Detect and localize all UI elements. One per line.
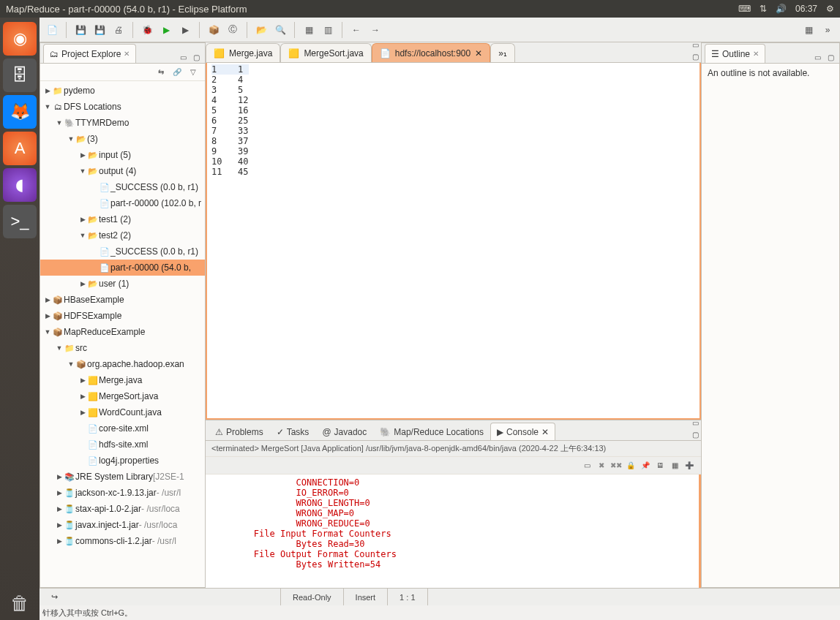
run-last-button[interactable]: ▶: [177, 22, 193, 38]
editor-tab[interactable]: 🟨Merge.java: [206, 43, 280, 62]
twist-icon[interactable]: ▶: [78, 393, 87, 400]
tree-item[interactable]: ▶🟨Merge.java: [40, 372, 205, 388]
minimize-icon[interactable]: ▭: [689, 39, 701, 50]
twist-icon[interactable]: ▶: [55, 521, 64, 529]
twist-icon[interactable]: ▶: [43, 312, 52, 320]
tree-item[interactable]: 📄log4j.properties: [40, 453, 205, 469]
tree-item[interactable]: ▼📂(3): [40, 131, 205, 147]
tree-item[interactable]: ▶📂input (5): [40, 147, 205, 163]
tree-item[interactable]: ▼🐘TTYMRDemo: [40, 115, 205, 131]
twist-icon[interactable]: ▶: [78, 151, 87, 159]
tree-item[interactable]: ▶🟨WordCount.java: [40, 404, 205, 420]
outline-tab[interactable]: ☰ Outline ✕: [705, 44, 765, 63]
tree-item[interactable]: ▶📦HBaseExample: [40, 292, 205, 308]
display-icon[interactable]: 🖥: [654, 460, 666, 472]
close-icon[interactable]: ✕: [124, 50, 130, 58]
tree-item[interactable]: 📄part-r-00000 (54.0 b,: [40, 260, 205, 276]
tree-item[interactable]: ▼🗂DFS Locations: [40, 99, 205, 115]
new-package-button[interactable]: 📦: [206, 22, 222, 38]
tree-item[interactable]: ▼📁src: [40, 340, 205, 356]
tree-item[interactable]: ▼📂test2 (2): [40, 227, 205, 243]
editor-tab[interactable]: 📄hdfs://localhost:900✕: [372, 43, 490, 62]
tree-item[interactable]: ▶📂test1 (2): [40, 211, 205, 227]
editor-body[interactable]: 1 12 43 54 125 166 257 338 379 3910 4011…: [206, 63, 701, 420]
scroll-lock-icon[interactable]: 🔒: [625, 460, 637, 472]
new-console-icon[interactable]: ➕: [683, 460, 695, 472]
twist-icon[interactable]: ▼: [67, 135, 75, 143]
toggle-mark-button[interactable]: ▥: [320, 22, 336, 38]
new-class-button[interactable]: Ⓒ: [225, 22, 241, 38]
keyboard-icon[interactable]: ⌨: [738, 4, 751, 14]
toggle-breadcrumb-button[interactable]: ▦: [301, 22, 317, 38]
tree-item[interactable]: ▶📚JRE System Library[J2SE-1: [40, 469, 205, 485]
clock[interactable]: 06:37: [795, 4, 817, 14]
link-editor-icon[interactable]: 🔗: [171, 67, 183, 78]
open-console-icon[interactable]: ▦: [669, 460, 680, 472]
tree-item[interactable]: 📄_SUCCESS (0.0 b, r1): [40, 179, 205, 195]
remove-all-icon[interactable]: ✖: [596, 460, 607, 472]
run-button[interactable]: ▶: [158, 22, 174, 38]
terminal-icon[interactable]: >_: [3, 205, 37, 238]
firefox-icon[interactable]: 🦊: [3, 95, 37, 129]
network-icon[interactable]: ⇅: [760, 4, 767, 14]
open-type-button[interactable]: 📂: [253, 22, 269, 38]
search-button[interactable]: 🔍: [272, 22, 288, 38]
minimize-icon[interactable]: ▭: [811, 51, 823, 63]
tree-item[interactable]: 📄hdfs-site.xml: [40, 436, 205, 453]
pin-icon[interactable]: 📌: [640, 460, 651, 472]
debug-button[interactable]: 🐞: [139, 22, 155, 38]
maximize-icon[interactable]: ▢: [689, 50, 701, 62]
minimize-icon[interactable]: ▭: [177, 51, 189, 63]
tree-item[interactable]: ▶🫙jackson-xc-1.9.13.jar - /usr/l: [40, 485, 205, 501]
bottom-tab-tasks[interactable]: ✓Tasks: [270, 423, 316, 440]
perspective-button[interactable]: ▦: [800, 22, 817, 38]
twist-icon[interactable]: ▶: [43, 87, 52, 94]
twist-icon[interactable]: ▼: [67, 360, 75, 368]
twist-icon[interactable]: ▶: [78, 409, 87, 416]
twist-icon[interactable]: ▼: [55, 344, 64, 352]
close-icon[interactable]: ✕: [475, 48, 482, 58]
twist-icon[interactable]: ▼: [78, 232, 87, 239]
maximize-icon[interactable]: ▢: [689, 428, 701, 440]
twist-icon[interactable]: ▼: [43, 328, 52, 336]
twist-icon[interactable]: ▶: [55, 473, 64, 480]
twist-icon[interactable]: ▶: [78, 216, 87, 223]
tree-item[interactable]: 📄_SUCCESS (0.0 b, r1): [40, 243, 205, 260]
twist-icon[interactable]: ▶: [55, 489, 64, 496]
console-body[interactable]: CONNECTION=0 IO_ERROR=0 WRONG_LENGTH=0 W…: [206, 475, 701, 588]
quick-access-button[interactable]: »: [820, 22, 836, 38]
tree-item[interactable]: ▶🟨MergeSort.java: [40, 388, 205, 404]
project-tree[interactable]: ▶📁pydemo▼🗂DFS Locations▼🐘TTYMRDemo▼📂(3)▶…: [40, 81, 205, 587]
close-icon[interactable]: ✕: [541, 427, 549, 437]
tree-item[interactable]: ▶📦HDFSExample: [40, 308, 205, 324]
twist-icon[interactable]: ▼: [78, 167, 87, 175]
tree-item[interactable]: 📄core-site.xml: [40, 420, 205, 436]
tree-item[interactable]: ▶📂user (1): [40, 276, 205, 292]
print-button[interactable]: 🖨: [110, 22, 127, 38]
collapse-all-icon[interactable]: ⇆: [155, 67, 167, 78]
tree-item[interactable]: ▶🫙javax.inject-1.jar - /usr/loca: [40, 517, 205, 533]
project-explorer-tab[interactable]: 🗂 Project Explore ✕: [43, 44, 136, 63]
back-button[interactable]: ←: [348, 22, 364, 38]
bottom-tab-map-reduce-locations[interactable]: 🐘Map/Reduce Locations: [373, 423, 490, 440]
tree-item[interactable]: ▶📁pydemo: [40, 83, 205, 99]
view-menu-icon[interactable]: ▽: [187, 67, 199, 78]
save-all-button[interactable]: 💾: [91, 22, 108, 38]
tree-item[interactable]: ▼📦MapReduceExample: [40, 324, 205, 340]
tree-item[interactable]: ▶🫙stax-api-1.0-2.jar - /usr/loca: [40, 501, 205, 517]
editor-tab[interactable]: »₁: [490, 43, 515, 62]
twist-icon[interactable]: ▼: [43, 103, 52, 110]
minimize-icon[interactable]: ▭: [689, 417, 701, 428]
twist-icon[interactable]: ▶: [55, 505, 64, 513]
editor-tab[interactable]: 🟨MergeSort.java: [280, 43, 371, 62]
clear-icon[interactable]: ✖✖: [610, 460, 622, 472]
remove-launch-icon[interactable]: ▭: [581, 460, 593, 472]
new-button[interactable]: 📄: [44, 22, 60, 38]
save-button[interactable]: 💾: [72, 22, 89, 38]
dash-icon[interactable]: ◉: [3, 22, 37, 56]
files-icon[interactable]: 🗄: [3, 58, 37, 92]
sound-icon[interactable]: 🔊: [776, 4, 787, 14]
tree-item[interactable]: ▼📂output (4): [40, 163, 205, 179]
bottom-tab-problems[interactable]: ⚠Problems: [209, 423, 270, 440]
bottom-tab-javadoc[interactable]: @Javadoc: [315, 423, 373, 440]
